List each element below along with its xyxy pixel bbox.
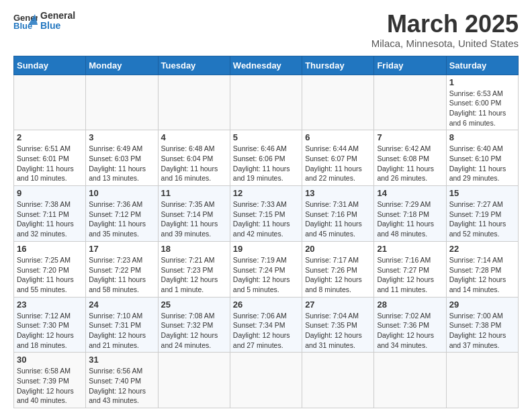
calendar-cell: 1Sunrise: 6:53 AM Sunset: 6:00 PM Daylig… — [446, 75, 518, 130]
calendar-cell — [230, 75, 302, 130]
calendar-cell: 31Sunrise: 6:56 AM Sunset: 7:40 PM Dayli… — [86, 353, 158, 408]
logo-blue: Blue — [40, 21, 75, 31]
day-number: 7 — [377, 132, 443, 142]
col-sunday: Sunday — [14, 56, 86, 75]
day-info: Sunrise: 6:44 AM Sunset: 6:07 PM Dayligh… — [305, 144, 371, 183]
logo-general: General — [40, 11, 75, 21]
day-info: Sunrise: 7:00 AM Sunset: 7:38 PM Dayligh… — [449, 311, 515, 351]
col-monday: Monday — [86, 56, 158, 75]
day-info: Sunrise: 7:06 AM Sunset: 7:34 PM Dayligh… — [233, 311, 299, 351]
day-info: Sunrise: 7:14 AM Sunset: 7:28 PM Dayligh… — [449, 255, 515, 295]
day-info: Sunrise: 7:27 AM Sunset: 7:19 PM Dayligh… — [449, 199, 515, 239]
calendar-cell — [158, 353, 230, 408]
day-number: 8 — [449, 132, 515, 142]
day-info: Sunrise: 6:49 AM Sunset: 6:03 PM Dayligh… — [89, 144, 154, 183]
calendar-week-4: 16Sunrise: 7:25 AM Sunset: 7:20 PM Dayli… — [14, 241, 519, 297]
day-number: 9 — [17, 188, 83, 198]
calendar-cell — [302, 353, 374, 408]
day-info: Sunrise: 7:35 AM Sunset: 7:14 PM Dayligh… — [161, 199, 227, 239]
calendar-cell: 28Sunrise: 7:02 AM Sunset: 7:36 PM Dayli… — [374, 297, 446, 353]
col-friday: Friday — [374, 56, 446, 75]
day-number: 13 — [305, 188, 371, 198]
location: Milaca, Minnesota, United States — [371, 38, 519, 49]
calendar-week-5: 23Sunrise: 7:12 AM Sunset: 7:30 PM Dayli… — [14, 297, 519, 353]
day-number: 18 — [161, 244, 227, 254]
day-info: Sunrise: 6:51 AM Sunset: 6:01 PM Dayligh… — [17, 144, 83, 183]
calendar-week-6: 30Sunrise: 6:58 AM Sunset: 7:39 PM Dayli… — [14, 353, 519, 408]
col-wednesday: Wednesday — [230, 56, 302, 75]
calendar-cell: 15Sunrise: 7:27 AM Sunset: 7:19 PM Dayli… — [446, 186, 518, 242]
calendar-cell: 17Sunrise: 7:23 AM Sunset: 7:22 PM Dayli… — [86, 241, 158, 297]
day-number: 12 — [233, 188, 299, 198]
day-info: Sunrise: 7:16 AM Sunset: 7:27 PM Dayligh… — [377, 255, 443, 295]
day-number: 14 — [377, 188, 443, 198]
calendar-cell: 16Sunrise: 7:25 AM Sunset: 7:20 PM Dayli… — [14, 241, 86, 297]
day-info: Sunrise: 7:36 AM Sunset: 7:12 PM Dayligh… — [89, 199, 154, 239]
calendar-table: Sunday Monday Tuesday Wednesday Thursday… — [13, 56, 519, 409]
calendar-week-1: 1Sunrise: 6:53 AM Sunset: 6:00 PM Daylig… — [14, 75, 519, 130]
calendar-cell: 5Sunrise: 6:46 AM Sunset: 6:06 PM Daylig… — [230, 130, 302, 186]
col-saturday: Saturday — [446, 56, 518, 75]
calendar-cell: 12Sunrise: 7:33 AM Sunset: 7:15 PM Dayli… — [230, 186, 302, 242]
calendar-week-2: 2Sunrise: 6:51 AM Sunset: 6:01 PM Daylig… — [14, 130, 519, 186]
day-info: Sunrise: 7:12 AM Sunset: 7:30 PM Dayligh… — [17, 311, 83, 351]
day-info: Sunrise: 6:56 AM Sunset: 7:40 PM Dayligh… — [89, 366, 154, 406]
calendar-cell: 7Sunrise: 6:42 AM Sunset: 6:08 PM Daylig… — [374, 130, 446, 186]
calendar-cell: 23Sunrise: 7:12 AM Sunset: 7:30 PM Dayli… — [14, 297, 86, 353]
day-info: Sunrise: 7:21 AM Sunset: 7:23 PM Dayligh… — [161, 255, 227, 295]
day-number: 22 — [449, 244, 515, 254]
calendar-cell: 20Sunrise: 7:17 AM Sunset: 7:26 PM Dayli… — [302, 241, 374, 297]
month-title: March 2025 — [371, 11, 519, 38]
calendar-cell — [446, 353, 518, 408]
page: General Blue General Blue March 2025 Mil… — [0, 0, 532, 411]
calendar-cell: 22Sunrise: 7:14 AM Sunset: 7:28 PM Dayli… — [446, 241, 518, 297]
col-thursday: Thursday — [302, 56, 374, 75]
day-number: 10 — [89, 188, 154, 198]
day-info: Sunrise: 6:48 AM Sunset: 6:04 PM Dayligh… — [161, 144, 227, 183]
calendar-cell — [86, 75, 158, 130]
day-info: Sunrise: 7:25 AM Sunset: 7:20 PM Dayligh… — [17, 255, 83, 295]
day-number: 1 — [449, 77, 515, 87]
day-number: 27 — [305, 300, 371, 310]
day-number: 20 — [305, 244, 371, 254]
day-info: Sunrise: 7:33 AM Sunset: 7:15 PM Dayligh… — [233, 199, 299, 239]
day-number: 11 — [161, 188, 227, 198]
day-number: 3 — [89, 132, 154, 142]
calendar-body: 1Sunrise: 6:53 AM Sunset: 6:00 PM Daylig… — [14, 75, 519, 408]
day-info: Sunrise: 7:31 AM Sunset: 7:16 PM Dayligh… — [305, 199, 371, 239]
calendar-cell — [302, 75, 374, 130]
calendar-cell: 30Sunrise: 6:58 AM Sunset: 7:39 PM Dayli… — [14, 353, 86, 408]
day-number: 2 — [17, 132, 83, 142]
day-info: Sunrise: 7:19 AM Sunset: 7:24 PM Dayligh… — [233, 255, 299, 295]
day-number: 17 — [89, 244, 154, 254]
calendar-cell: 27Sunrise: 7:04 AM Sunset: 7:35 PM Dayli… — [302, 297, 374, 353]
day-info: Sunrise: 6:40 AM Sunset: 6:10 PM Dayligh… — [449, 144, 515, 183]
day-info: Sunrise: 7:29 AM Sunset: 7:18 PM Dayligh… — [377, 199, 443, 239]
day-info: Sunrise: 6:46 AM Sunset: 6:06 PM Dayligh… — [233, 144, 299, 183]
calendar-cell: 26Sunrise: 7:06 AM Sunset: 7:34 PM Dayli… — [230, 297, 302, 353]
calendar-cell: 2Sunrise: 6:51 AM Sunset: 6:01 PM Daylig… — [14, 130, 86, 186]
calendar-cell: 3Sunrise: 6:49 AM Sunset: 6:03 PM Daylig… — [86, 130, 158, 186]
logo: General Blue General Blue — [13, 11, 75, 32]
day-number: 25 — [161, 300, 227, 310]
day-info: Sunrise: 7:02 AM Sunset: 7:36 PM Dayligh… — [377, 311, 443, 351]
svg-text:Blue: Blue — [13, 21, 32, 30]
day-number: 24 — [89, 300, 154, 310]
day-info: Sunrise: 7:10 AM Sunset: 7:31 PM Dayligh… — [89, 311, 154, 351]
calendar-cell: 24Sunrise: 7:10 AM Sunset: 7:31 PM Dayli… — [86, 297, 158, 353]
day-number: 5 — [233, 132, 299, 142]
calendar-week-3: 9Sunrise: 7:38 AM Sunset: 7:11 PM Daylig… — [14, 186, 519, 242]
day-number: 26 — [233, 300, 299, 310]
day-info: Sunrise: 7:08 AM Sunset: 7:32 PM Dayligh… — [161, 311, 227, 351]
logo-icon: General Blue — [13, 11, 38, 30]
weekday-row: Sunday Monday Tuesday Wednesday Thursday… — [14, 56, 519, 75]
day-number: 29 — [449, 300, 515, 310]
day-info: Sunrise: 7:23 AM Sunset: 7:22 PM Dayligh… — [89, 255, 154, 295]
day-number: 16 — [17, 244, 83, 254]
calendar-cell: 29Sunrise: 7:00 AM Sunset: 7:38 PM Dayli… — [446, 297, 518, 353]
calendar-cell — [158, 75, 230, 130]
day-number: 28 — [377, 300, 443, 310]
day-number: 15 — [449, 188, 515, 198]
calendar-cell: 25Sunrise: 7:08 AM Sunset: 7:32 PM Dayli… — [158, 297, 230, 353]
calendar-cell: 13Sunrise: 7:31 AM Sunset: 7:16 PM Dayli… — [302, 186, 374, 242]
